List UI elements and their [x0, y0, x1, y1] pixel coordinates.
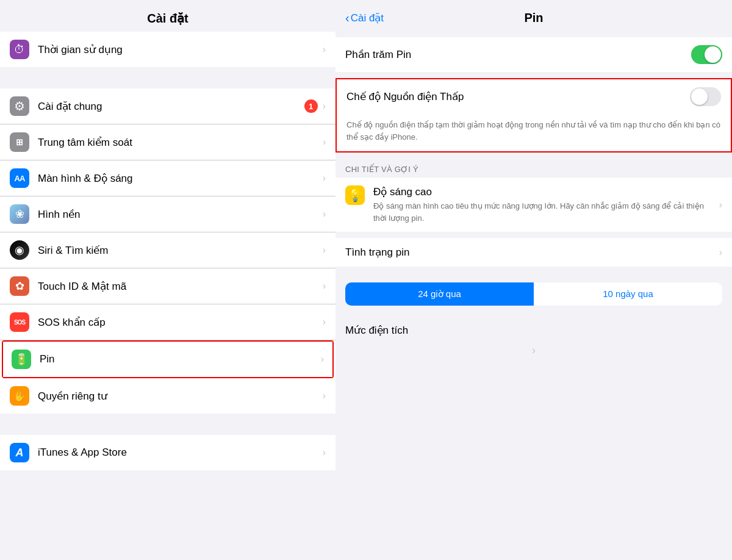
brightness-desc: Độ sáng màn hình cao tiêu thụ mức năng l… — [373, 200, 714, 224]
low-power-item: Chế độ Nguồn điện Thấp — [337, 79, 731, 114]
time-tab-bar: 24 giờ qua 10 ngày qua — [345, 282, 722, 306]
general-icon: ⚙ — [10, 96, 29, 116]
right-content: Phần trăm Pin Chế độ Nguồn điện Thấp Chế… — [336, 31, 732, 560]
separator-r4 — [336, 267, 732, 273]
control-center-icon: ⊞ — [10, 132, 29, 152]
chevron-icon: › — [323, 245, 326, 256]
appstore-label: iTunes & App Store — [38, 447, 323, 459]
sidebar-item-privacy[interactable]: ✋ Quyền riêng tư › — [0, 378, 336, 414]
chevron-icon: › — [323, 44, 326, 55]
chevron-icon: › — [323, 137, 326, 148]
back-button[interactable]: ‹ Cài đặt — [345, 11, 384, 25]
left-header: Cài đặt — [0, 0, 336, 32]
brightness-content: Độ sáng cao Độ sáng màn hình cao tiêu th… — [373, 185, 714, 224]
screen-time-label: Thời gian sử dụng — [38, 43, 323, 56]
phan-tram-pin-item: Phần trăm Pin — [336, 37, 732, 72]
chevron-icon: › — [323, 447, 326, 458]
sidebar-item-sos[interactable]: SOS SOS khẩn cấp › — [0, 304, 336, 340]
display-label: Màn hình & Độ sáng — [38, 172, 323, 185]
battery-label: Pin — [40, 353, 321, 365]
sos-icon: SOS — [10, 312, 29, 332]
general-label: Cài đặt chung — [38, 100, 304, 113]
sidebar-item-appstore[interactable]: A iTunes & App Store › — [0, 435, 336, 470]
muc-dien-tich-title: Mức điện tích — [336, 315, 732, 340]
privacy-icon: ✋ — [10, 386, 29, 406]
group-main: ⚙ Cài đặt chung 1 › ⊞ Trung tâm kiểm soá… — [0, 88, 336, 414]
back-label: Cài đặt — [351, 12, 384, 24]
separator-r2 — [336, 153, 732, 159]
tab-10days-label: 10 ngày qua — [603, 289, 653, 299]
general-badge: 1 — [304, 99, 318, 113]
tab-10days[interactable]: 10 ngày qua — [534, 282, 722, 306]
tinh-trang-pin-group: Tình trạng pin › — [336, 238, 732, 267]
group-store: A iTunes & App Store › — [0, 435, 336, 470]
privacy-label: Quyền riêng tư — [38, 390, 323, 403]
separator-r3 — [336, 232, 732, 238]
sidebar-item-touch-id[interactable]: ✿ Touch ID & Mật mã › — [0, 268, 336, 304]
brightness-item[interactable]: 💡 Độ sáng cao Độ sáng màn hình cao tiêu … — [336, 178, 732, 232]
battery-icon: 🔋 — [12, 350, 31, 369]
back-chevron-icon: ‹ — [345, 11, 350, 25]
toggle-knob — [691, 88, 708, 105]
appstore-icon: A — [10, 443, 29, 462]
section-header: CHI TIẾT VÀ GỢI Ý — [336, 159, 732, 178]
chevron-icon: › — [321, 354, 324, 365]
wallpaper-icon: ❀ — [10, 204, 29, 224]
separator-r1 — [336, 72, 732, 78]
group-screen-time: ⏱ Thời gian sử dụng › — [0, 32, 336, 67]
tinh-trang-chevron-icon: › — [719, 247, 722, 258]
left-panel: Cài đặt ⏱ Thời gian sử dụng › ⚙ Cài đặt … — [0, 0, 336, 560]
separator-1 — [0, 67, 336, 88]
display-icon: AA — [10, 168, 29, 188]
brightness-icon: 💡 — [345, 185, 365, 205]
siri-icon: ◉ — [10, 240, 29, 260]
phan-tram-pin-group: Phần trăm Pin — [336, 37, 732, 72]
sidebar-item-control-center[interactable]: ⊞ Trung tâm kiểm soát › — [0, 124, 336, 160]
toggle-knob — [705, 46, 721, 63]
low-power-desc-text: Chế độ nguồn điện thấp tạm thời giảm hoạ… — [346, 120, 720, 142]
tab-24h[interactable]: 24 giờ qua — [345, 282, 534, 306]
battery-item-highlighted[interactable]: 🔋 Pin › — [2, 340, 334, 378]
chevron-icon: › — [323, 209, 326, 220]
tinh-trang-pin-item[interactable]: Tình trạng pin › — [336, 238, 732, 267]
screen-time-icon: ⏱ — [10, 40, 29, 59]
right-panel: ‹ Cài đặt Pin Phần trăm Pin Chế độ Nguồn… — [336, 0, 732, 560]
chevron-icon: › — [323, 101, 326, 112]
phan-tram-pin-label: Phần trăm Pin — [345, 48, 691, 61]
chevron-icon: › — [323, 317, 326, 328]
brightness-chevron-icon: › — [719, 199, 722, 210]
low-power-description: Chế độ nguồn điện thấp tạm thời giảm hoạ… — [337, 114, 731, 151]
phan-tram-pin-toggle[interactable] — [691, 45, 722, 64]
tab-24h-label: 24 giờ qua — [418, 289, 461, 299]
sidebar-item-display[interactable]: AA Màn hình & Độ sáng › — [0, 160, 336, 196]
sos-label: SOS khẩn cấp — [38, 316, 323, 329]
sidebar-item-battery[interactable]: 🔋 Pin › — [3, 342, 332, 377]
sidebar-item-wallpaper[interactable]: ❀ Hình nền › — [0, 196, 336, 232]
separator-2 — [0, 414, 336, 435]
sidebar-item-screen-time[interactable]: ⏱ Thời gian sử dụng › — [0, 32, 336, 67]
wallpaper-label: Hình nền — [38, 208, 323, 221]
right-header: ‹ Cài đặt Pin — [336, 0, 732, 31]
low-power-label: Chế độ Nguồn điện Thấp — [346, 90, 690, 103]
chevron-icon: › — [323, 390, 326, 401]
brightness-group: 💡 Độ sáng cao Độ sáng màn hình cao tiêu … — [336, 178, 732, 232]
sidebar-item-siri[interactable]: ◉ Siri & Tìm kiếm › — [0, 232, 336, 268]
siri-label: Siri & Tìm kiếm — [38, 244, 323, 257]
bottom-arrow: › — [336, 340, 732, 361]
chevron-icon: › — [323, 173, 326, 184]
top-spacer — [336, 31, 732, 37]
right-title: Pin — [524, 11, 543, 25]
low-power-toggle[interactable] — [690, 87, 721, 106]
brightness-title: Độ sáng cao — [373, 185, 714, 198]
touch-id-label: Touch ID & Mật mã — [38, 280, 323, 293]
sidebar-item-general[interactable]: ⚙ Cài đặt chung 1 › — [0, 88, 336, 124]
touch-id-icon: ✿ — [10, 276, 29, 296]
low-power-section: Chế độ Nguồn điện Thấp Chế độ nguồn điện… — [336, 78, 732, 153]
control-center-label: Trung tâm kiểm soát — [38, 136, 323, 149]
chevron-icon: › — [323, 281, 326, 292]
tinh-trang-pin-label: Tình trạng pin — [345, 246, 719, 259]
